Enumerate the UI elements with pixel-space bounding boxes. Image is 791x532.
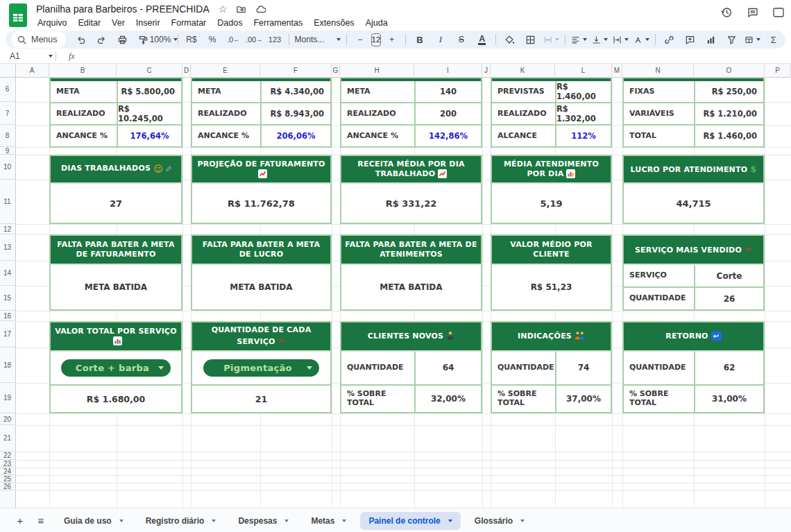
cell-label[interactable]: VARIÁVEIS xyxy=(624,103,695,124)
insert-chart-button[interactable] xyxy=(701,31,721,48)
text-wrapping-button[interactable] xyxy=(611,31,631,48)
fill-color-button[interactable] xyxy=(500,31,520,48)
row-header-21[interactable]: 21 xyxy=(0,425,15,452)
font-size-input[interactable]: 12 xyxy=(371,33,382,46)
vertical-align-button[interactable] xyxy=(590,31,610,48)
undo-button[interactable] xyxy=(71,31,91,48)
cell-value[interactable]: 74 xyxy=(556,352,611,384)
cell-value[interactable]: 64 xyxy=(416,352,481,384)
card-header[interactable]: RETORNO↩ xyxy=(624,323,763,352)
card-header[interactable]: VALOR MÉDIO POR CLIENTE xyxy=(492,236,611,265)
zoom-dropdown[interactable]: 100% xyxy=(154,31,174,48)
card-header[interactable]: PROJEÇÃO DE FATURAMENTO xyxy=(192,156,330,184)
column-header-I[interactable]: I xyxy=(414,64,482,76)
menu-inserir[interactable]: Inserir xyxy=(130,17,166,29)
cell-value[interactable]: R$ 8.943,00 xyxy=(262,103,330,124)
menu-editar[interactable]: Editar xyxy=(72,17,106,29)
row-header-24[interactable]: 24 xyxy=(0,467,15,475)
cell-label[interactable]: TOTAL xyxy=(624,126,695,146)
meet-icon[interactable] xyxy=(773,6,788,22)
cell-value[interactable]: 37,00% xyxy=(556,386,611,412)
cell-label[interactable]: QUANTIDADE xyxy=(624,288,695,309)
row-header-25[interactable]: 25 xyxy=(0,475,15,483)
cell-label[interactable]: REALIZADO xyxy=(341,103,416,124)
card-value[interactable]: META BATIDA xyxy=(51,265,181,309)
bold-button[interactable]: B xyxy=(409,31,429,48)
borders-button[interactable] xyxy=(520,31,541,48)
card-value[interactable]: 21 xyxy=(192,386,330,412)
card-header[interactable]: CLIENTES NOVOS xyxy=(341,323,481,352)
cell-value[interactable]: 26 xyxy=(695,288,763,309)
table-views-button[interactable] xyxy=(742,31,763,48)
card-value[interactable]: R$ 11.762,78 xyxy=(192,184,330,223)
row-header-26[interactable]: 26 xyxy=(0,483,15,490)
cell-value[interactable]: 206,06% xyxy=(262,126,330,146)
card-value[interactable]: META BATIDA xyxy=(192,265,330,309)
column-header-C[interactable]: C xyxy=(117,64,182,76)
card-header[interactable]: VALOR TOTAL POR SERVIÇO xyxy=(51,323,181,352)
cell-label[interactable]: ANCANCE % xyxy=(192,126,262,146)
column-header-M[interactable]: M xyxy=(612,64,622,76)
all-sheets-button[interactable]: ≡ xyxy=(32,512,50,530)
row-header-10[interactable]: 10 xyxy=(0,155,15,180)
sheet-tab-glossario[interactable]: Glossário xyxy=(466,512,533,530)
comments-icon[interactable] xyxy=(747,6,759,22)
column-header-J[interactable]: J xyxy=(482,64,491,76)
cell-value[interactable]: R$ 1.302,00 xyxy=(556,103,611,124)
menu-ferramentas[interactable]: Ferramentas xyxy=(248,17,308,29)
functions-button[interactable]: Σ xyxy=(763,31,783,48)
column-header-G[interactable]: G xyxy=(332,64,340,76)
row-header-17[interactable]: 17 xyxy=(0,321,15,347)
cell-value[interactable]: R$ 1.460,00 xyxy=(695,126,763,146)
column-header-K[interactable]: K xyxy=(491,64,555,76)
italic-button[interactable]: I xyxy=(430,31,450,48)
card-header[interactable]: SERVIÇO MAIS VENDIDO✂ xyxy=(624,236,763,265)
cell-value[interactable]: R$ 5.800,00 xyxy=(118,81,181,102)
card-header[interactable]: FALTA PARA BATER A META DE LUCRO xyxy=(192,236,330,265)
cell-value[interactable]: 176,64% xyxy=(118,126,181,146)
menu-ver[interactable]: Ver xyxy=(106,17,130,29)
column-header-O[interactable]: O xyxy=(694,64,765,76)
increase-decimals-button[interactable]: .00→ xyxy=(244,31,264,48)
row-header-23[interactable]: 23 xyxy=(0,460,15,467)
cell-value[interactable]: 31,00% xyxy=(695,386,763,412)
card-value[interactable]: R$ 1.680,00 xyxy=(51,386,181,412)
menu-extensoes[interactable]: Extensões xyxy=(308,17,359,29)
cell-label[interactable]: REALIZADO xyxy=(192,103,262,124)
column-header-B[interactable]: B xyxy=(49,64,117,76)
sheets-logo-icon[interactable] xyxy=(9,3,27,27)
cell-label[interactable]: META xyxy=(51,81,118,102)
cloud-status-icon[interactable] xyxy=(255,4,266,15)
increase-font-size-button[interactable]: + xyxy=(382,31,402,48)
card-value[interactable]: 27 xyxy=(51,184,181,223)
row-header-11[interactable]: 11 xyxy=(0,180,15,224)
sheet-tab-metas[interactable]: Metas xyxy=(303,512,355,530)
cell-label[interactable]: ANCANCE % xyxy=(341,126,416,146)
decrease-font-size-button[interactable]: − xyxy=(350,31,371,48)
cell-value[interactable]: 32,00% xyxy=(416,386,481,412)
card-header[interactable]: DIAS TRABALHADOS☺✎ xyxy=(51,156,181,184)
star-icon[interactable]: ☆ xyxy=(219,3,228,15)
card-header[interactable]: FALTA PARA BATER A META DE ATENIMENTOS xyxy=(341,236,481,265)
version-history-icon[interactable] xyxy=(720,6,733,22)
cell-label[interactable]: PREVISTAS xyxy=(492,81,556,102)
cell-label[interactable]: FIXAS xyxy=(624,81,695,102)
card-header[interactable]: QUANTIDADE DE CADA SERVIÇO✂ xyxy=(192,323,330,352)
card-value[interactable]: META BATIDA xyxy=(341,265,481,309)
cell-value[interactable]: 62 xyxy=(695,352,763,384)
row-header-9[interactable]: 9 xyxy=(0,147,15,155)
cell-label[interactable]: REALIZADO xyxy=(51,103,118,124)
document-title[interactable]: Planilha para Barbeiros - PREENCHIDA xyxy=(36,3,210,15)
name-box[interactable]: A1 xyxy=(0,51,53,61)
card-value[interactable]: R$ 331,22 xyxy=(341,184,481,223)
row-header-7[interactable]: 7 xyxy=(0,102,15,125)
column-header-A[interactable]: A xyxy=(15,64,49,76)
sheet-tab-guia-de-uso[interactable]: Guia de uso xyxy=(56,512,132,530)
row-header-20[interactable]: 20 xyxy=(0,413,15,425)
row-header-19[interactable]: 19 xyxy=(0,383,15,413)
create-filter-button[interactable] xyxy=(722,31,742,48)
text-color-button[interactable]: A xyxy=(472,31,492,48)
sheet-tab-despesas[interactable]: Despesas xyxy=(230,512,297,530)
cell-label[interactable]: ANCANCE % xyxy=(51,126,118,146)
formula-input[interactable] xyxy=(75,49,791,63)
